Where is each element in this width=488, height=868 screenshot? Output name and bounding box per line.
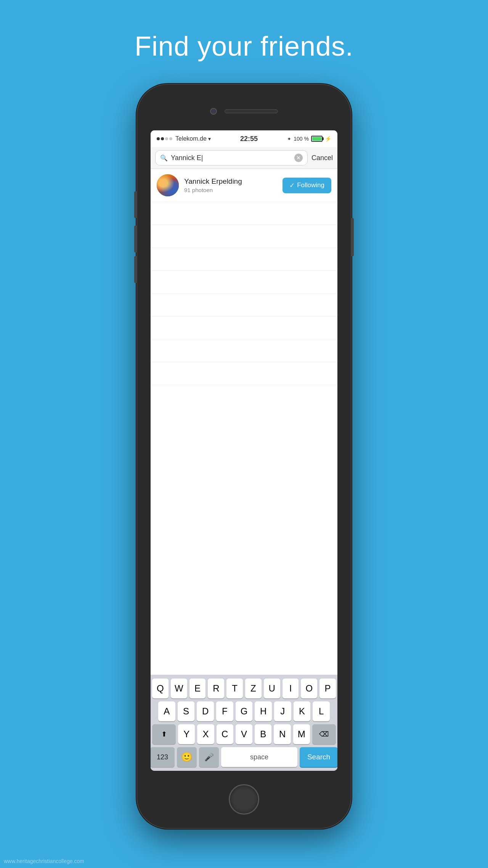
phone-bottom (229, 771, 259, 828)
cancel-button[interactable]: Cancel (311, 154, 333, 162)
bluetooth-icon: ✦ (287, 136, 291, 142)
key-i[interactable]: I (283, 679, 299, 698)
key-e[interactable]: E (189, 679, 206, 698)
mic-key[interactable]: 🎤 (199, 747, 219, 767)
search-input-wrap[interactable]: 🔍 Yannick E| ✕ (155, 150, 308, 165)
status-right: ✦ 100 % ⚡ (287, 136, 331, 142)
user-name: Yannick Erpelding (184, 177, 277, 186)
key-q[interactable]: Q (152, 679, 169, 698)
search-input[interactable]: Yannick E| (171, 154, 291, 162)
space-key[interactable]: space (221, 747, 297, 767)
key-y[interactable]: Y (178, 724, 195, 744)
empty-row (151, 339, 337, 362)
phone-top (137, 92, 351, 130)
status-time: 22:55 (240, 135, 258, 143)
key-m[interactable]: M (293, 724, 310, 744)
empty-row (151, 271, 337, 294)
key-j[interactable]: J (274, 701, 291, 721)
shift-key[interactable]: ⬆ (152, 724, 176, 744)
avatar (157, 174, 179, 196)
key-l[interactable]: L (313, 701, 330, 721)
battery-percent: 100 % (294, 136, 309, 142)
watermark: www.heritagechristiancollege.com (4, 858, 84, 864)
carrier-label: Telekom.de (175, 135, 207, 142)
key-n[interactable]: N (274, 724, 291, 744)
key-x[interactable]: X (197, 724, 214, 744)
empty-row (151, 248, 337, 271)
search-icon: 🔍 (160, 154, 168, 162)
empty-row (151, 294, 337, 316)
signal-dot (157, 137, 160, 140)
empty-row (151, 202, 337, 225)
key-r[interactable]: R (208, 679, 224, 698)
key-o[interactable]: O (301, 679, 317, 698)
results-list: Yannick Erpelding 91 photoen ✓ Following (151, 169, 337, 675)
wifi-icon: ▾ (208, 136, 211, 142)
following-label: Following (297, 181, 324, 189)
signal-dot (165, 137, 168, 140)
camera (210, 108, 217, 115)
page-title: Find your friends. (135, 30, 353, 62)
num-key[interactable]: 123 (151, 747, 175, 767)
battery-icon (311, 136, 323, 142)
key-a[interactable]: A (158, 701, 175, 721)
key-c[interactable]: C (217, 724, 233, 744)
key-t[interactable]: T (226, 679, 243, 698)
result-item[interactable]: Yannick Erpelding 91 photoen ✓ Following (151, 169, 337, 202)
key-b[interactable]: B (255, 724, 271, 744)
search-bar-container: 🔍 Yannick E| ✕ Cancel (151, 147, 337, 169)
key-w[interactable]: W (171, 679, 187, 698)
keyboard-bottom-row: 123 🙂 🎤 space Search (152, 747, 336, 767)
speaker (225, 109, 278, 113)
keyboard-row-2: A S D F G H J K L (152, 701, 336, 721)
user-info: Yannick Erpelding 91 photoen (184, 177, 277, 193)
key-s[interactable]: S (178, 701, 195, 721)
user-subtitle: 91 photoen (184, 187, 277, 193)
keyboard: Q W E R T Z U I O P A S D F G H J K (151, 675, 337, 771)
charging-icon: ⚡ (325, 136, 331, 142)
following-checkmark: ✓ (289, 181, 295, 189)
phone-screen: Telekom.de ▾ 22:55 ✦ 100 % ⚡ 🔍 Yannick E… (151, 130, 337, 771)
status-left: Telekom.de ▾ (157, 135, 211, 142)
signal-dots (157, 137, 172, 140)
key-d[interactable]: D (197, 701, 214, 721)
following-button[interactable]: ✓ Following (283, 178, 331, 193)
clear-button[interactable]: ✕ (294, 154, 303, 162)
key-v[interactable]: V (236, 724, 252, 744)
backspace-key[interactable]: ⌫ (312, 724, 336, 744)
emoji-key[interactable]: 🙂 (177, 747, 197, 767)
status-bar: Telekom.de ▾ 22:55 ✦ 100 % ⚡ (151, 130, 337, 147)
keyboard-row-1: Q W E R T Z U I O P (152, 679, 336, 698)
key-h[interactable]: H (255, 701, 272, 721)
key-k[interactable]: K (294, 701, 311, 721)
signal-dot (169, 137, 172, 140)
phone-shell: Telekom.de ▾ 22:55 ✦ 100 % ⚡ 🔍 Yannick E… (137, 85, 351, 828)
key-u[interactable]: U (264, 679, 280, 698)
empty-row (151, 225, 337, 248)
search-key[interactable]: Search (300, 747, 337, 767)
empty-row (151, 362, 337, 385)
key-g[interactable]: G (236, 701, 253, 721)
home-button[interactable] (229, 784, 259, 815)
key-z[interactable]: Z (245, 679, 262, 698)
signal-dot (161, 137, 164, 140)
key-p[interactable]: P (319, 679, 336, 698)
keyboard-row-3: ⬆ Y X C V B N M ⌫ (152, 724, 336, 744)
empty-row (151, 316, 337, 339)
key-f[interactable]: F (216, 701, 233, 721)
